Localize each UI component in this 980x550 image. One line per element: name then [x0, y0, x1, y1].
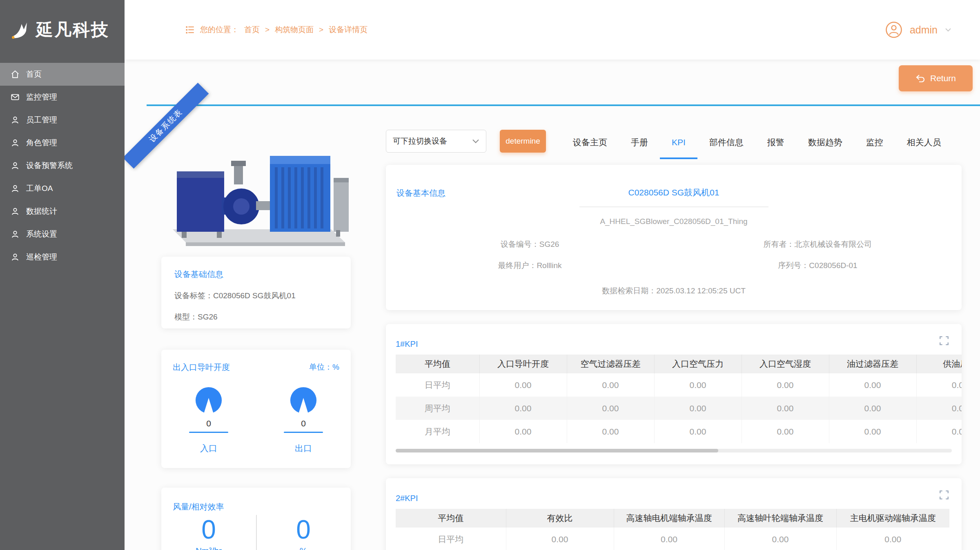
- device-tabs: 设备主页 手册 KPI 部件信息 报警 数据趋势 监控 相关人员: [561, 127, 953, 159]
- brand-logo-icon: [9, 19, 32, 40]
- brand-name: 延凡科技: [36, 18, 109, 41]
- section-divider-line: [147, 104, 980, 106]
- tab-manual[interactable]: 手册: [619, 127, 660, 159]
- sidebar-item-label: 设备预警系统: [26, 160, 73, 171]
- device-detail-page: 延凡科技 首页 监控管理 员工管理 角色管理 设备预警系统: [0, 0, 980, 550]
- flow-efficiency-card: 风量/相对效率 0 Nm³/hr 0 %: [161, 488, 351, 550]
- avatar-icon: [885, 21, 902, 38]
- sidebar-item-staff-mgmt[interactable]: 员工管理: [0, 109, 125, 131]
- breadcrumb-device-detail[interactable]: 设备详情页: [329, 24, 368, 35]
- outlet-gauge-underline: [284, 432, 323, 433]
- vane-opening-card: 出入口导叶开度 单位：% 0 入口 0 出口: [161, 350, 351, 468]
- field-serial-number: 序列号：C028056D-01: [674, 260, 962, 271]
- kpi1-card: 1#KPI 平均值 入口导叶开度 空气过滤器压差 入口空气压力 入口空气湿度 油…: [386, 324, 962, 464]
- basic-info-section-title: 设备基本信息: [396, 188, 445, 199]
- expand-icon[interactable]: [939, 490, 949, 500]
- field-end-user: 最终用户：Rolllink: [386, 260, 674, 271]
- return-arrow-icon: [915, 74, 925, 83]
- breadcrumb: 您的位置： 首页 > 构筑物页面 > 设备详情页: [185, 24, 368, 35]
- sidebar-item-monitor-mgmt[interactable]: 监控管理: [0, 86, 125, 109]
- field-device-number: 设备编号：SG26: [386, 239, 674, 250]
- sidebar-item-alert-system[interactable]: 设备预警系统: [0, 154, 125, 177]
- base-info-title: 设备基础信息: [174, 269, 351, 280]
- breadcrumb-separator: >: [319, 25, 323, 34]
- username: admin: [910, 24, 938, 36]
- user-menu[interactable]: admin: [885, 21, 951, 38]
- table-row-daily: 日平均 0.00 0.00 0.00 0.00: [396, 528, 949, 550]
- sidebar-item-label: 系统设置: [26, 229, 57, 240]
- sidebar: 延凡科技 首页 监控管理 员工管理 角色管理 设备预警系统: [0, 0, 125, 550]
- tab-kpi[interactable]: KPI: [660, 127, 697, 159]
- user-icon: [11, 230, 20, 239]
- sidebar-item-work-order-oa[interactable]: 工单OA: [0, 177, 125, 200]
- sidebar-item-label: 工单OA: [26, 183, 53, 194]
- user-icon: [11, 115, 20, 124]
- tab-device-home[interactable]: 设备主页: [561, 127, 619, 159]
- efficiency-metric: 0 %: [256, 517, 351, 550]
- breadcrumb-home[interactable]: 首页: [244, 24, 260, 35]
- sidebar-item-label: 角色管理: [26, 138, 57, 148]
- inlet-gauge-chart: [194, 386, 223, 415]
- user-icon: [11, 138, 20, 147]
- inlet-gauge: 0 入口: [161, 386, 256, 454]
- return-label: Return: [930, 73, 956, 83]
- tab-parts-info[interactable]: 部件信息: [697, 127, 755, 159]
- device-model: 模型：SG26: [174, 312, 351, 322]
- device-switch-select[interactable]: 可下拉切换设备: [386, 130, 486, 153]
- determine-button[interactable]: determine: [500, 130, 546, 153]
- device-name: C028056D SG鼓风机01: [386, 187, 962, 198]
- breadcrumb-prefix: 您的位置：: [200, 24, 239, 35]
- chevron-down-icon: [472, 139, 479, 144]
- tab-data-trends[interactable]: 数据趋势: [796, 127, 854, 159]
- sidebar-item-home[interactable]: 首页: [0, 63, 125, 86]
- kpi1-title: 1#KPI: [396, 339, 418, 349]
- horizontal-scrollbar: [396, 449, 952, 452]
- tab-related-people[interactable]: 相关人员: [895, 127, 953, 159]
- inlet-gauge-label: 入口: [200, 443, 217, 454]
- kpi1-table: 平均值 入口导叶开度 空气过滤器压差 入口空气压力 入口空气湿度 油过滤器压差 …: [396, 355, 962, 443]
- equipment-image: [160, 132, 353, 252]
- sidebar-item-label: 首页: [26, 69, 42, 80]
- flow-unit: Nm³/hr: [161, 546, 256, 550]
- user-icon: [11, 161, 20, 170]
- sidebar-item-label: 监控管理: [26, 92, 57, 102]
- sidebar-item-role-mgmt[interactable]: 角色管理: [0, 131, 125, 154]
- device-tag: 设备标签：C028056D SG鼓风机01: [174, 291, 351, 301]
- sidebar-nav: 首页 监控管理 员工管理 角色管理 设备预警系统 工单OA: [0, 60, 125, 268]
- kpi2-table: 平均值 有效比 高速轴电机端轴承温度 高速轴叶轮端轴承温度 主电机驱动端轴承温度…: [396, 509, 949, 550]
- inlet-gauge-value: 0: [206, 419, 211, 428]
- data-retrieval-date: 数据检索日期：2025.03.12 12:05:25 UCT: [386, 286, 962, 296]
- sidebar-item-inspection-mgmt[interactable]: 巡检管理: [0, 246, 125, 268]
- sidebar-item-label: 员工管理: [26, 115, 57, 125]
- sidebar-item-system-settings[interactable]: 系统设置: [0, 223, 125, 246]
- device-base-info-card: 设备基础信息 设备标签：C028056D SG鼓风机01 模型：SG26: [161, 257, 351, 328]
- return-button[interactable]: Return: [899, 65, 973, 91]
- breadcrumb-structure-page[interactable]: 构筑物页面: [275, 24, 314, 35]
- field-owner: 所有者：北京机械设备有限公司: [674, 239, 962, 250]
- outlet-gauge-chart: [289, 386, 318, 415]
- tab-monitoring[interactable]: 监控: [854, 127, 895, 159]
- kpi1-header-row: 平均值 入口导叶开度 空气过滤器压差 入口空气压力 入口空气湿度 油过滤器压差 …: [396, 355, 962, 373]
- chevron-down-icon: [945, 28, 951, 32]
- flow-value: 0: [161, 517, 256, 543]
- home-icon: [11, 70, 20, 79]
- breadcrumb-separator: >: [265, 25, 270, 34]
- sidebar-item-data-stats[interactable]: 数据统计: [0, 200, 125, 223]
- location-list-icon: [185, 25, 195, 35]
- mail-icon: [11, 93, 20, 102]
- tab-alarms[interactable]: 报警: [755, 127, 796, 159]
- kpi2-card: 2#KPI 平均值 有效比 高速轴电机端轴承温度 高速轴叶轮端轴承温度 主电机驱…: [386, 478, 962, 550]
- flow-metric: 0 Nm³/hr: [161, 517, 256, 550]
- name-divider: [579, 206, 768, 207]
- kpi2-table-container: 平均值 有效比 高速轴电机端轴承温度 高速轴叶轮端轴承温度 主电机驱动端轴承温度…: [396, 509, 962, 550]
- top-header: 您的位置： 首页 > 构筑物页面 > 设备详情页 admin: [125, 0, 980, 60]
- expand-icon[interactable]: [939, 335, 949, 346]
- device-basic-info-card: 设备基本信息 C028056D SG鼓风机01 A_HHEL_SGBlower_…: [386, 165, 962, 310]
- sidebar-item-label: 巡检管理: [26, 252, 57, 262]
- vane-unit-label: 单位：%: [309, 362, 339, 373]
- sidebar-item-label: 数据统计: [26, 206, 57, 217]
- outlet-gauge-value: 0: [301, 419, 306, 428]
- scrollbar-thumb[interactable]: [396, 449, 718, 452]
- outlet-gauge: 0 出口: [256, 386, 351, 454]
- kpi1-table-container: 平均值 入口导叶开度 空气过滤器压差 入口空气压力 入口空气湿度 油过滤器压差 …: [396, 355, 962, 443]
